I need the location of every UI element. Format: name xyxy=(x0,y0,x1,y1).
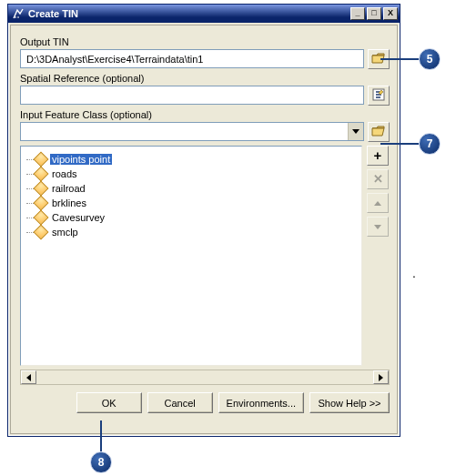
input-fc-value xyxy=(21,123,348,140)
stray-dot: . xyxy=(412,266,416,280)
list-item-label: railroad xyxy=(50,183,87,194)
feature-class-point-icon xyxy=(34,225,49,240)
scroll-left-button[interactable] xyxy=(21,370,36,384)
minimize-button[interactable]: _ xyxy=(350,7,365,20)
list-item[interactable]: brklines xyxy=(35,196,358,210)
callout-line xyxy=(380,143,419,145)
output-tin-field-wrap xyxy=(20,49,364,68)
client-area: Output TIN Spatial Reference (optional) xyxy=(10,25,398,434)
output-tin-input[interactable] xyxy=(25,53,360,66)
output-tin-label: Output TIN xyxy=(20,36,390,47)
callout-5: 5 xyxy=(380,48,441,70)
scroll-right-button[interactable] xyxy=(373,370,389,384)
arrow-up-icon xyxy=(374,201,381,206)
input-fc-dropdown-button[interactable] xyxy=(348,123,363,140)
feature-class-point-icon xyxy=(34,181,49,197)
titlebar[interactable]: Create TIN _ □ X xyxy=(8,5,400,23)
feature-class-point-icon xyxy=(34,196,49,211)
list-item[interactable]: vipoints point xyxy=(35,152,358,167)
spatial-ref-field-wrap xyxy=(20,86,364,105)
feature-class-point-icon xyxy=(34,210,49,226)
spatial-ref-label: Spatial Reference (optional) xyxy=(20,73,390,84)
ok-button[interactable]: OK xyxy=(76,392,142,413)
list-item[interactable]: Cavesurvey xyxy=(35,210,358,225)
list-item[interactable]: railroad xyxy=(35,181,358,196)
horizontal-scrollbar[interactable] xyxy=(20,370,390,385)
callout-8: 8 xyxy=(90,420,112,473)
move-down-button[interactable] xyxy=(367,217,389,237)
move-up-button[interactable] xyxy=(367,193,389,213)
remove-item-button[interactable]: ✕ xyxy=(367,169,389,189)
callout-line xyxy=(100,420,102,451)
arrow-down-icon xyxy=(374,225,381,229)
arrow-left-icon xyxy=(26,374,31,381)
environments-button[interactable]: Environments... xyxy=(218,392,304,413)
maximize-button[interactable]: □ xyxy=(367,7,381,20)
properties-icon xyxy=(372,88,385,103)
feature-class-list[interactable]: vipoints pointroadsrailroadbrklinesCaves… xyxy=(20,146,362,366)
input-fc-label: Input Feature Class (optional) xyxy=(20,109,390,120)
spatial-ref-input[interactable] xyxy=(25,89,360,102)
cancel-button[interactable]: Cancel xyxy=(147,392,213,413)
callout-bubble: 7 xyxy=(419,133,441,155)
list-item-label: Cavesurvey xyxy=(50,212,106,223)
list-item-label: brklines xyxy=(50,197,88,208)
tree-root: vipoints pointroadsrailroadbrklinesCaves… xyxy=(25,152,358,239)
input-fc-combo[interactable] xyxy=(20,122,364,141)
feature-class-point-icon xyxy=(34,167,49,182)
list-item[interactable]: roads xyxy=(35,167,358,181)
feature-class-point-icon xyxy=(34,152,49,167)
arrow-right-icon xyxy=(379,374,383,381)
callout-line xyxy=(380,58,419,60)
list-item-label: smclp xyxy=(50,227,80,238)
show-help-button[interactable]: Show Help >> xyxy=(309,392,390,413)
x-icon: ✕ xyxy=(373,174,383,185)
list-item-label: vipoints point xyxy=(50,154,112,165)
list-item[interactable]: smclp xyxy=(35,225,358,239)
window-title: Create TIN xyxy=(28,8,350,19)
chevron-down-icon xyxy=(352,129,360,134)
callout-bubble: 5 xyxy=(419,48,441,70)
tool-icon xyxy=(12,7,25,20)
spatial-ref-properties-button[interactable] xyxy=(368,86,390,106)
list-item-label: roads xyxy=(50,168,79,179)
callout-7: 7 xyxy=(380,133,441,155)
close-button[interactable]: X xyxy=(383,7,398,20)
callout-bubble: 8 xyxy=(90,451,112,473)
create-tin-dialog: Create TIN _ □ X Output TIN Spatial Refe… xyxy=(7,4,400,437)
